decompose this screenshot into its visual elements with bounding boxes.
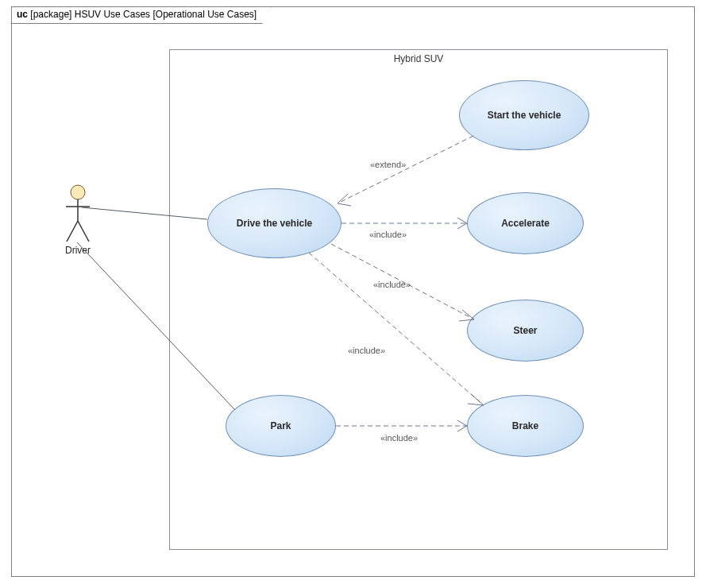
usecase-steer: Steer bbox=[467, 300, 584, 362]
frame-scope: [package] bbox=[30, 9, 71, 20]
svg-point-0 bbox=[71, 185, 85, 199]
frame-subtitle: [Operational Use Cases] bbox=[152, 9, 257, 20]
usecase-accelerate: Accelerate bbox=[467, 192, 584, 254]
label-include-steer: «include» bbox=[373, 280, 411, 289]
diagram-canvas: uc [package] HSUV Use Cases [Operational… bbox=[0, 0, 706, 588]
actor-label: Driver bbox=[54, 245, 102, 256]
frame-header: uc [package] HSUV Use Cases [Operational… bbox=[11, 6, 272, 24]
svg-line-4 bbox=[78, 221, 89, 242]
stick-figure-icon bbox=[64, 184, 91, 243]
label-include-brake: «include» bbox=[348, 346, 385, 355]
usecase-start: Start the vehicle bbox=[459, 80, 589, 150]
usecase-drive: Drive the vehicle bbox=[207, 188, 341, 258]
label-include-accel: «include» bbox=[369, 230, 407, 239]
system-boundary: Hybrid SUV bbox=[169, 49, 668, 550]
label-include-park-brake: «include» bbox=[380, 433, 418, 443]
frame-title: HSUV Use Cases bbox=[75, 9, 150, 20]
usecase-brake: Brake bbox=[467, 395, 584, 457]
usecase-park: Park bbox=[226, 395, 336, 457]
frame-kind: uc bbox=[17, 9, 28, 20]
svg-line-3 bbox=[67, 221, 78, 242]
system-title: Hybrid SUV bbox=[170, 53, 667, 64]
label-extend: «extend» bbox=[370, 160, 406, 169]
actor-driver: Driver bbox=[54, 184, 102, 256]
